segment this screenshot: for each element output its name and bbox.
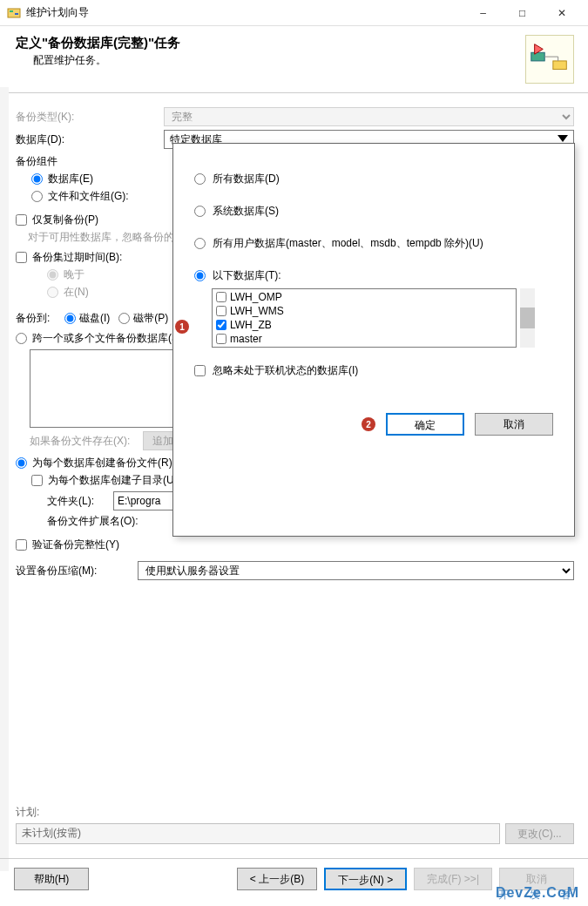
change-plan-button: 更改(C)...	[505, 823, 574, 844]
database-picker-popup: 所有数据库(D) 系统数据库(S) 所有用户数据库(master、model、m…	[172, 143, 575, 537]
task-header: 定义"备份数据库(完整)"任务 配置维护任务。	[0, 26, 588, 89]
plan-label: 计划:	[16, 805, 574, 820]
plan-value: 未计划(按需)	[16, 823, 500, 844]
window-titlebar: 维护计划向导 – □ ✕	[0, 0, 588, 26]
compress-select[interactable]: 使用默认服务器设置	[138, 561, 574, 580]
opt-all-db-radio[interactable]: 所有数据库(D)	[194, 172, 553, 186]
caret-down-icon	[558, 135, 568, 142]
db-item-label: LWH_WMS	[230, 305, 284, 317]
annotation-marker-2: 2	[362, 417, 375, 431]
backup-type-label: 备份类型(K):	[16, 110, 164, 125]
svg-rect-2	[15, 13, 18, 15]
maximize-button[interactable]: □	[503, 1, 542, 25]
db-item-label: master	[230, 333, 262, 345]
task-title: 定义"备份数据库(完整)"任务	[16, 35, 517, 51]
if-exists-label: 如果备份文件存在(X):	[30, 434, 143, 449]
back-button[interactable]: < 上一步(B)	[237, 868, 317, 890]
svg-rect-1	[10, 10, 13, 12]
minimize-button[interactable]: –	[463, 1, 503, 25]
svg-rect-3	[531, 52, 544, 61]
db-item-label: LWH_ZB	[230, 319, 272, 331]
db-list-scrollbar[interactable]	[520, 288, 535, 348]
wizard-button-bar: 帮助(H) < 上一步(B) 下一步(N) > 完成(F) >>| 取消	[0, 858, 588, 899]
annotation-marker-1: 1	[175, 320, 189, 334]
opt-user-db-radio[interactable]: 所有用户数据库(master、model、msdb、tempdb 除外)(U)	[194, 236, 553, 251]
scroll-thumb[interactable]	[520, 308, 535, 328]
compress-label: 设置备份压缩(M):	[16, 564, 138, 578]
app-icon	[7, 6, 21, 20]
popup-cancel-button[interactable]: 取消	[475, 413, 553, 436]
opt-system-db-radio[interactable]: 系统数据库(S)	[194, 204, 553, 219]
task-subtitle: 配置维护任务。	[33, 53, 517, 68]
db-item[interactable]: master	[213, 332, 516, 346]
next-button[interactable]: 下一步(N) >	[324, 868, 407, 890]
popup-ok-button[interactable]: 确定	[386, 413, 464, 436]
folder-label: 文件夹(L):	[47, 494, 108, 509]
disk-radio[interactable]: 磁盘(I)	[64, 311, 110, 326]
backup-type-select: 完整	[164, 107, 574, 126]
close-button[interactable]: ✕	[542, 1, 581, 25]
db-item-label: LWH_OMP	[230, 291, 282, 303]
task-header-icon	[525, 35, 574, 84]
finish-button: 完成(F) >>|	[414, 868, 492, 890]
db-item[interactable]: LWH_ZB	[213, 318, 516, 332]
database-label: 数据库(D):	[16, 132, 164, 147]
svg-rect-4	[553, 61, 566, 70]
database-list[interactable]: LWH_OMPLWH_WMSLWH_ZBmaster	[212, 288, 517, 348]
help-button[interactable]: 帮助(H)	[14, 868, 89, 890]
db-item[interactable]: LWH_OMP	[213, 290, 516, 304]
cancel-button: 取消	[499, 868, 574, 890]
db-item[interactable]: LWH_WMS	[213, 304, 516, 318]
ignore-offline-checkbox[interactable]: 忽略未处于联机状态的数据库(I)	[194, 363, 553, 378]
ext-label: 备份文件扩展名(O):	[47, 514, 160, 529]
opt-these-db-radio[interactable]: 以下数据库(T):	[194, 268, 553, 283]
backup-to-label: 备份到:	[16, 311, 64, 326]
header-separator	[0, 92, 588, 93]
verify-checkbox[interactable]: 验证备份完整性(Y)	[16, 538, 574, 552]
window-title: 维护计划向导	[26, 5, 463, 20]
tape-radio[interactable]: 磁带(P)	[118, 311, 168, 326]
